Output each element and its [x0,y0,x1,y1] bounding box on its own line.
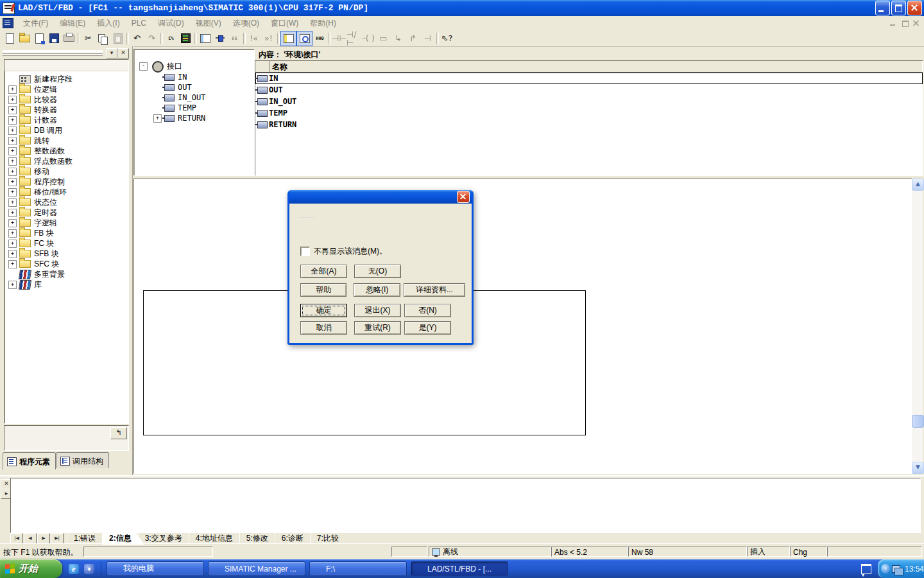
new-icon[interactable] [3,31,17,46]
mdi-close-button[interactable] [911,19,921,28]
ladder-editor-canvas[interactable] [133,179,912,474]
expander-icon[interactable]: + [8,281,17,289]
expander-icon[interactable]: - [139,62,148,71]
menu-item[interactable]: 文件(F) [17,17,54,30]
table-row[interactable]: IN [255,73,923,84]
mdi-restore-button[interactable] [900,19,910,28]
menu-item[interactable]: 插入(I) [91,17,125,30]
connector-icon[interactable]: ⊣ [420,31,435,46]
tree-item[interactable]: + 移动 [7,166,128,177]
ie-quicklaunch-icon[interactable]: e [69,564,79,574]
desktop-restore-icon[interactable] [861,564,871,574]
table-row[interactable]: OUT [255,84,923,96]
empty-box-icon[interactable]: ▭ [376,31,391,46]
expander-icon[interactable]: + [8,240,17,248]
expander-icon[interactable]: + [8,168,17,176]
paste-icon[interactable] [110,31,125,46]
open-icon[interactable] [17,31,32,46]
interface-tree-item[interactable]: IN [138,72,254,82]
menu-item[interactable]: 编辑(E) [54,17,91,30]
dont-show-again-checkbox[interactable] [300,247,310,256]
dialog-button[interactable]: 忽略(I) [354,283,400,297]
menu-item[interactable]: 视图(V) [190,17,227,30]
editor-vertical-scrollbar[interactable]: ▲ ▼ [912,179,923,473]
tree-item[interactable]: + 整数函数 [7,146,128,156]
expander-icon[interactable]: + [8,106,17,114]
coil-icon[interactable]: -( ) [361,31,376,46]
undo-icon[interactable]: ↶ [130,31,144,46]
expander-icon[interactable]: + [8,127,17,135]
tree-item[interactable]: + 移位/循环 [7,187,128,197]
menu-item[interactable]: 调试(D) [152,17,190,30]
dialog-button[interactable]: 帮助 [300,283,346,297]
dialog-button[interactable]: 退出(X) [354,304,401,317]
table-row[interactable]: IN_OUT [255,96,923,107]
tree-item[interactable]: + 字逻辑 [7,218,128,228]
dialog-button[interactable]: 否(N) [404,304,451,317]
contact-no-icon[interactable]: ⊣⊢ [332,31,346,46]
download-icon[interactable] [178,31,193,46]
taskbar-task-button[interactable]: LAD/STL/FBD - [... [411,561,508,576]
save-icon[interactable] [47,31,62,46]
tree-item[interactable]: + 计数器 [7,115,128,125]
menu-item[interactable]: PLC [126,17,152,29]
glasses-icon[interactable]: 66 [227,31,242,46]
tree-item[interactable]: 多重背景 [7,269,128,279]
expander-icon[interactable]: + [8,219,17,227]
tree-item[interactable]: + 跳转 [7,136,128,146]
interface-tree-item[interactable]: TEMP [138,103,254,113]
tree-item[interactable]: + 位逻辑 [7,84,128,94]
panel-close-button[interactable]: ✕ [117,48,129,58]
taskbar-task-button[interactable]: 我的电脑 [107,561,204,576]
view-data-icon[interactable] [198,31,212,46]
expander-icon[interactable]: + [8,85,17,94]
dialog-button[interactable]: 详细资料... [404,283,465,297]
quicklaunch-icon[interactable]: ♦ [84,564,94,574]
menu-item[interactable]: 帮助(H) [304,17,342,30]
dialog-button[interactable]: 重试(R) [354,321,401,335]
expander-icon[interactable]: + [8,209,17,217]
restore-button[interactable] [891,1,906,15]
dialog-button[interactable]: 是(Y) [404,321,451,335]
dialog-button[interactable]: 确定 [300,304,347,317]
connection-icon[interactable] [212,31,227,46]
tree-item[interactable]: + 转换器 [7,105,128,115]
tree-item[interactable]: + 比较器 [7,94,128,105]
tree-item[interactable]: + SFC 块 [7,259,128,269]
tray-chevron-icon[interactable]: ‹ [881,564,890,574]
scrollbar-thumb[interactable] [912,415,924,428]
mdi-minimize-button[interactable] [888,19,898,28]
help-cursor-icon[interactable]: ⇖? [440,31,454,46]
copy-icon[interactable] [96,31,110,46]
expander-icon[interactable]: + [8,96,17,104]
interface-tree-item[interactable]: + RETURN [138,113,254,123]
block-jump-button[interactable]: ↰ [110,427,127,439]
interface-tree-item[interactable]: IN_OUT [138,92,254,103]
panel-grip[interactable]: ▾ ✕ [1,48,131,58]
menu-item[interactable]: 窗口(W) [265,17,304,30]
taskbar-task-button[interactable]: SIMATIC Manager ... [208,561,305,576]
close-button[interactable] [907,1,922,15]
redo-icon[interactable]: ↷ [144,31,159,46]
open-online-icon[interactable] [32,31,47,46]
expander-icon[interactable]: + [153,114,162,123]
tree-item[interactable]: + SFB 块 [7,249,128,259]
left-panel-tab[interactable]: 调用结构 [56,452,109,468]
close-branch-icon[interactable]: ↱ [406,31,420,46]
contact-nc-icon[interactable]: ⊣/⊢ [346,31,361,46]
tree-item[interactable]: + FB 块 [7,228,128,238]
expander-icon[interactable]: + [8,147,17,155]
expander-icon[interactable]: + [8,250,17,258]
expander-icon[interactable]: + [8,198,17,207]
taskbar-task-button[interactable]: F:\ [309,561,407,576]
expander-icon[interactable]: + [8,137,17,145]
menu-item[interactable]: 选项(O) [227,17,265,30]
monitor-icon[interactable]: C% [164,31,178,46]
tree-item[interactable]: + 定时器 [7,207,128,218]
print-icon[interactable] [62,31,76,46]
expander-icon[interactable]: + [8,178,17,186]
dialog-button[interactable]: 取消 [300,321,347,335]
expander-icon[interactable]: + [8,116,17,125]
start-button[interactable]: 开始 [0,559,62,578]
dialog-close-button[interactable] [457,191,470,203]
